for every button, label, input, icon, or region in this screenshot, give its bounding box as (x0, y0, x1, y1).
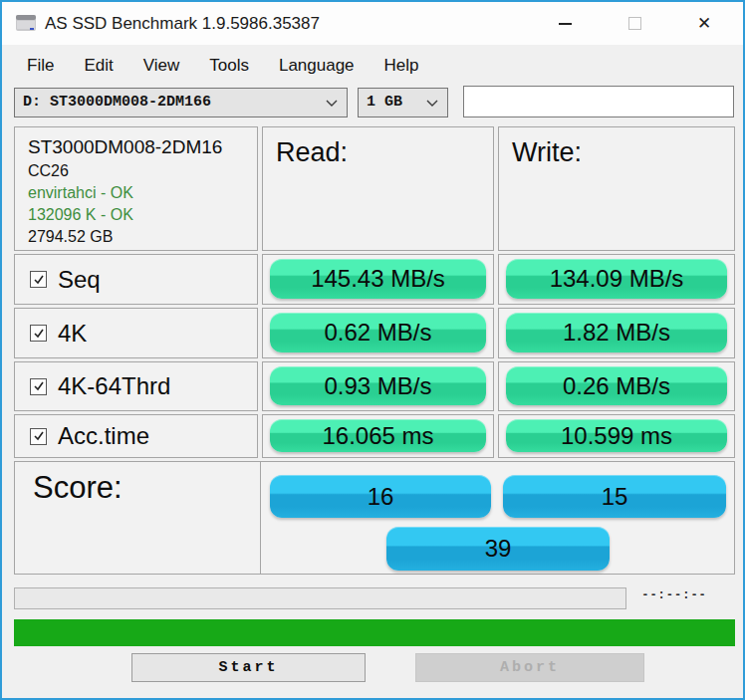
menubar: File Edit View Tools Language Help (2, 47, 743, 85)
score-panel: Score: 16 15 39 (14, 461, 735, 575)
drive-firmware: CC26 (28, 160, 253, 182)
check-icon (33, 274, 45, 286)
acctime-read-cell: 16.065 ms (262, 414, 494, 458)
text-field[interactable] (463, 86, 734, 117)
seq-read-value: 145.43 MB/s (270, 259, 486, 299)
start-button[interactable]: Start (131, 653, 366, 682)
drive-capacity: 2794.52 GB (28, 226, 253, 248)
window-controls: ✕ (530, 2, 739, 45)
abort-button[interactable]: Abort (415, 653, 644, 682)
write-header: Write: (499, 127, 734, 168)
test-label: Acc.time (58, 422, 149, 450)
drive-select-value: D: ST3000DM008-2DM166 (23, 94, 211, 111)
read-header: Read: (263, 127, 493, 168)
close-icon: ✕ (697, 15, 711, 32)
menu-tools[interactable]: Tools (194, 47, 264, 85)
score-read-value: 16 (270, 475, 491, 518)
4k64-checkbox[interactable] (30, 378, 47, 395)
check-icon (33, 328, 45, 340)
4k-write-cell: 1.82 MB/s (498, 308, 735, 358)
write-column-header-panel: Write: (498, 126, 735, 251)
drive-model: ST3000DM008-2DM16 (28, 134, 253, 160)
minimize-icon (559, 23, 572, 25)
chevron-down-icon (426, 100, 438, 108)
seq-write-cell: 134.09 MB/s (498, 254, 735, 305)
4k-read-cell: 0.62 MB/s (262, 308, 494, 358)
overall-progressbar (14, 619, 735, 646)
minimize-button[interactable] (530, 2, 600, 45)
driver-status: envirtahci - OK (28, 182, 253, 204)
score-divider (260, 462, 261, 574)
test-row-acctime: Acc.time (14, 414, 258, 458)
window-title: AS SSD Benchmark 1.9.5986.35387 (45, 2, 320, 45)
check-icon (33, 380, 45, 392)
maximize-icon (628, 17, 641, 30)
app-window: AS SSD Benchmark 1.9.5986.35387 ✕ File E… (0, 0, 745, 700)
check-icon (33, 430, 45, 442)
acctime-read-value: 16.065 ms (270, 419, 486, 452)
score-label: Score: (33, 470, 123, 506)
test-row-4k: 4K (14, 308, 258, 358)
menu-view[interactable]: View (128, 47, 195, 85)
test-row-4k64: 4K-64Thrd (14, 361, 258, 411)
acctime-write-cell: 10.599 ms (498, 414, 735, 458)
acctime-checkbox[interactable] (30, 428, 47, 445)
4k64-read-value: 0.93 MB/s (270, 366, 486, 405)
menu-file[interactable]: File (12, 47, 69, 85)
read-column-header-panel: Read: (262, 126, 494, 251)
drive-icon (15, 13, 37, 33)
score-total-value: 39 (386, 527, 610, 571)
chevron-down-icon (326, 100, 338, 108)
acctime-write-value: 10.599 ms (506, 419, 727, 452)
4k-write-value: 1.82 MB/s (506, 313, 727, 352)
seq-read-cell: 145.43 MB/s (262, 254, 494, 305)
menu-help[interactable]: Help (370, 47, 434, 85)
drive-info-panel: ST3000DM008-2DM16 CC26 envirtahci - OK 1… (14, 126, 258, 251)
4k64-write-cell: 0.26 MB/s (498, 361, 735, 411)
maximize-button[interactable] (600, 2, 669, 45)
4k-checkbox[interactable] (30, 325, 47, 342)
4k64-read-cell: 0.93 MB/s (262, 361, 494, 411)
test-size-value: 1 GB (367, 94, 402, 111)
titlebar: AS SSD Benchmark 1.9.5986.35387 ✕ (2, 2, 743, 45)
close-button[interactable]: ✕ (669, 2, 739, 45)
menu-edit[interactable]: Edit (69, 47, 127, 85)
seq-checkbox[interactable] (30, 271, 47, 288)
menu-language[interactable]: Language (264, 47, 370, 85)
score-write-value: 15 (503, 475, 726, 518)
test-label: Seq (58, 266, 101, 294)
benchmark-progressbar (14, 587, 626, 609)
4k64-write-value: 0.26 MB/s (506, 366, 727, 405)
test-size-dropdown[interactable]: 1 GB (358, 88, 448, 117)
alignment-status: 132096 K - OK (28, 204, 253, 226)
test-label: 4K (58, 320, 87, 348)
test-label: 4K-64Thrd (58, 372, 170, 400)
test-row-seq: Seq (14, 254, 258, 305)
seq-write-value: 134.09 MB/s (506, 259, 727, 299)
drive-select-dropdown[interactable]: D: ST3000DM008-2DM166 (14, 88, 348, 117)
elapsed-time: --:--:-- (639, 588, 709, 602)
4k-read-value: 0.62 MB/s (270, 313, 486, 352)
